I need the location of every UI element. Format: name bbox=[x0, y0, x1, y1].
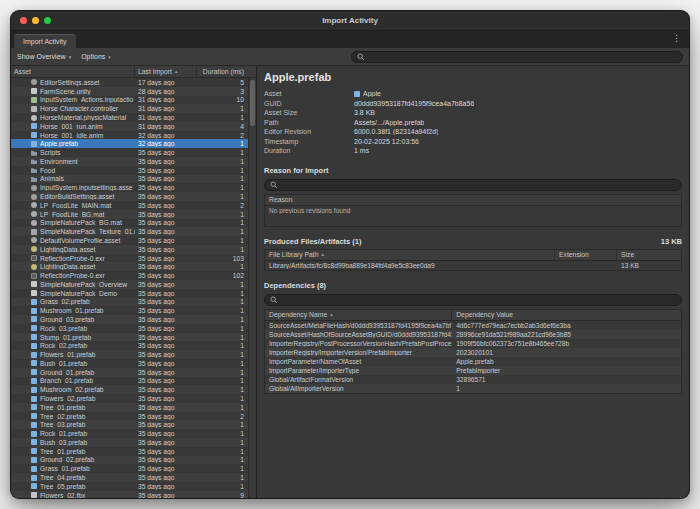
column-header-size[interactable]: Size bbox=[617, 250, 681, 260]
asset-row[interactable]: Food 35 days ago 1 bbox=[11, 166, 256, 175]
asset-duration: 1 bbox=[197, 281, 247, 288]
tab-label: Import Activity bbox=[23, 38, 67, 45]
scrollbar[interactable] bbox=[248, 78, 256, 498]
asset-row[interactable]: Branch_01.prefab 35 days ago 1 bbox=[11, 377, 256, 386]
asset-row[interactable]: Horse Character.controller 31 days ago 1 bbox=[11, 104, 256, 113]
asset-row[interactable]: Mushroom_02.prefab 35 days ago 1 bbox=[11, 385, 256, 394]
column-header-asset[interactable]: Asset bbox=[11, 66, 135, 77]
asset-last-import: 35 days ago bbox=[135, 184, 197, 191]
kebab-menu-icon[interactable]: ⋮ bbox=[672, 34, 681, 43]
dependencies-search[interactable] bbox=[264, 294, 682, 306]
dependency-row[interactable]: ImportParameter/NameOfAsset Apple.prefab bbox=[265, 357, 681, 366]
section-label: Dependencies (8) bbox=[264, 281, 326, 290]
asset-last-import: 35 days ago bbox=[135, 342, 197, 349]
column-header-duration[interactable]: Duration (ms) bbox=[197, 66, 247, 77]
asset-row[interactable]: Mushroom_01.prefab 35 days ago 1 bbox=[11, 306, 256, 315]
column-header-dependency-name[interactable]: Dependency Name ▲ bbox=[265, 310, 452, 320]
asset-row[interactable]: Tree_01.prefab 35 days ago 1 bbox=[11, 447, 256, 456]
asset-duration: 1 bbox=[197, 140, 247, 147]
toolbar-search[interactable] bbox=[351, 51, 683, 63]
asset-row[interactable]: SimpleNaturePack_Demo 35 days ago 1 bbox=[11, 289, 256, 298]
asset-row[interactable]: EditorBuildSettings.asset 35 days ago 1 bbox=[11, 192, 256, 201]
close-button[interactable] bbox=[20, 17, 27, 24]
column-header-dependency-value[interactable]: Dependency Value bbox=[452, 310, 681, 320]
dependency-name: ImportParameter/ImporterType bbox=[265, 367, 452, 374]
asset-row[interactable]: Grass_02.prefab 35 days ago 1 bbox=[11, 298, 256, 307]
asset-row[interactable]: ReflectionProbe-0.exr 35 days ago 103 bbox=[11, 254, 256, 263]
asset-row[interactable]: LP_FoodLite_MAIN.mat 35 days ago 2 bbox=[11, 201, 256, 210]
section-label: Reason for Import bbox=[264, 166, 329, 175]
asset-row[interactable]: LightingData.asset 35 days ago 1 bbox=[11, 262, 256, 271]
asset-row[interactable]: InputSystem_Actions.inputactio 31 days a… bbox=[11, 96, 256, 105]
minimize-button[interactable] bbox=[32, 17, 39, 24]
dependency-row[interactable]: Global/AllImporterVersion 1 bbox=[265, 384, 681, 393]
asset-last-import: 35 days ago bbox=[135, 272, 197, 279]
field-label: Editor Revision bbox=[264, 128, 354, 135]
toolbar-search-input[interactable] bbox=[368, 53, 677, 60]
asset-row[interactable]: LightingData.asset 35 days ago 1 bbox=[11, 245, 256, 254]
asset-row[interactable]: Apple.prefab 32 days ago 1 bbox=[11, 139, 256, 148]
asset-row[interactable]: Grass_01.prefab 35 days ago 1 bbox=[11, 464, 256, 473]
asset-row[interactable]: HorseMaterial.physicMaterial 31 days ago… bbox=[11, 113, 256, 122]
asset-row[interactable]: Flowers_01.prefab 35 days ago 1 bbox=[11, 350, 256, 359]
scrollbar-thumb[interactable] bbox=[250, 80, 255, 126]
asset-row[interactable]: Rock_03.prefab 35 days ago 1 bbox=[11, 324, 256, 333]
asset-row[interactable]: Ground_02.prefab 35 days ago 1 bbox=[11, 456, 256, 465]
asset-name: Ground_02.prefab bbox=[40, 456, 135, 463]
asset-row[interactable]: Bush_03.prefab 35 days ago 1 bbox=[11, 438, 256, 447]
asset-row[interactable]: Flowers_02.fbx 35 days ago 9 bbox=[11, 491, 256, 498]
asset-last-import: 35 days ago bbox=[135, 474, 197, 481]
asset-row[interactable]: Tree_05.prefab 35 days ago 1 bbox=[11, 482, 256, 491]
dependency-row[interactable]: SourceAsset/HashOfSourceAssetByGUID/d0dd… bbox=[265, 330, 681, 339]
asset-row[interactable]: Tree_01.prefab 35 days ago 1 bbox=[11, 403, 256, 412]
column-header-file-library-path[interactable]: File Library Path ▲ bbox=[265, 250, 555, 260]
asset-row[interactable]: SimpleNaturePack_Texture_01.n 35 days ag… bbox=[11, 227, 256, 236]
asset-row[interactable]: Stump_01.prefab 35 days ago 1 bbox=[11, 333, 256, 342]
column-label: Extension bbox=[559, 251, 589, 258]
tab-import-activity[interactable]: Import Activity bbox=[14, 34, 76, 48]
produced-section-title: Produced Files/Artifacts (1) 13 KB bbox=[264, 237, 682, 246]
asset-row[interactable]: Ground_03.prefab 35 days ago 1 bbox=[11, 315, 256, 324]
dependencies-search-input[interactable] bbox=[281, 296, 676, 303]
reason-search-input[interactable] bbox=[281, 181, 676, 188]
asset-last-import: 35 days ago bbox=[135, 369, 197, 376]
asset-row[interactable]: Horse_001_run.anim 31 days ago 4 bbox=[11, 122, 256, 131]
show-overview-dropdown[interactable]: Show Overview ▾ bbox=[17, 53, 71, 60]
asset-row[interactable]: Rock_01.prefab 35 days ago 1 bbox=[11, 429, 256, 438]
asset-row[interactable]: Tree_03.prefab 35 days ago 1 bbox=[11, 420, 256, 429]
zoom-button[interactable] bbox=[44, 17, 51, 24]
column-header-reason[interactable]: Reason bbox=[265, 195, 681, 205]
asset-row[interactable]: SimpleNaturePack_BG.mat 35 days ago 1 bbox=[11, 219, 256, 228]
asset-name: SimpleNaturePack_Overview bbox=[40, 281, 135, 288]
dependency-row[interactable]: ImportParameter/ImporterType PrefabImpor… bbox=[265, 366, 681, 375]
asset-row[interactable]: LP_FoodLite_BG.mat 35 days ago 1 bbox=[11, 210, 256, 219]
title-bar[interactable]: Import Activity bbox=[11, 11, 689, 31]
dependency-row[interactable]: ImporterRegistry/PostProcessorVersionHas… bbox=[265, 339, 681, 348]
asset-row[interactable]: Bush_01.prefab 35 days ago 1 bbox=[11, 359, 256, 368]
asset-row[interactable]: Tree_02.prefab 35 days ago 2 bbox=[11, 412, 256, 421]
asset-row[interactable]: EditorSettings.asset 17 days ago 5 bbox=[11, 78, 256, 87]
asset-type-icon bbox=[31, 369, 37, 375]
dependency-row[interactable]: ImporterRegistry/ImporterVersion/PrefabI… bbox=[265, 348, 681, 357]
options-dropdown[interactable]: Options ▾ bbox=[81, 53, 111, 60]
asset-row[interactable]: Ground_01.prefab 35 days ago 1 bbox=[11, 368, 256, 377]
asset-row[interactable]: SimpleNaturePack_Overview 35 days ago 1 bbox=[11, 280, 256, 289]
asset-row[interactable]: Flowers_02.prefab 35 days ago 1 bbox=[11, 394, 256, 403]
dependency-row[interactable]: Global/ArtifactFormatVersion 32896571 bbox=[265, 375, 681, 384]
asset-row[interactable]: Tree_04.prefab 35 days ago 1 bbox=[11, 473, 256, 482]
asset-row[interactable]: Environment 35 days ago 1 bbox=[11, 157, 256, 166]
asset-row[interactable]: Scripts 35 days ago 1 bbox=[11, 148, 256, 157]
asset-row[interactable]: FarmScene.unity 28 days ago 3 bbox=[11, 87, 256, 96]
asset-row[interactable]: Horse_001_idle.anim 32 days ago 2 bbox=[11, 131, 256, 140]
column-header-last-import[interactable]: Last Import ▲ bbox=[135, 66, 197, 77]
dependency-row[interactable]: SourceAsset/MetaFileHash/d0ddd93953187fd… bbox=[265, 321, 681, 330]
column-header-extension[interactable]: Extension bbox=[555, 250, 617, 260]
reason-search[interactable] bbox=[264, 179, 682, 191]
asset-row[interactable]: ReflectionProbe-0.exr 35 days ago 102 bbox=[11, 271, 256, 280]
asset-last-import: 35 days ago bbox=[135, 237, 197, 244]
asset-row[interactable]: DefaultVolumeProfile.asset 35 days ago 1 bbox=[11, 236, 256, 245]
asset-row[interactable]: Animals 35 days ago 1 bbox=[11, 175, 256, 184]
asset-row[interactable]: InputSystem.inputsettings.asse 35 days a… bbox=[11, 183, 256, 192]
produced-row[interactable]: Library/Artifacts/fc/8c8d99ba889e184fd4a… bbox=[265, 261, 681, 270]
asset-row[interactable]: Rock_02.prefab 35 days ago 1 bbox=[11, 341, 256, 350]
